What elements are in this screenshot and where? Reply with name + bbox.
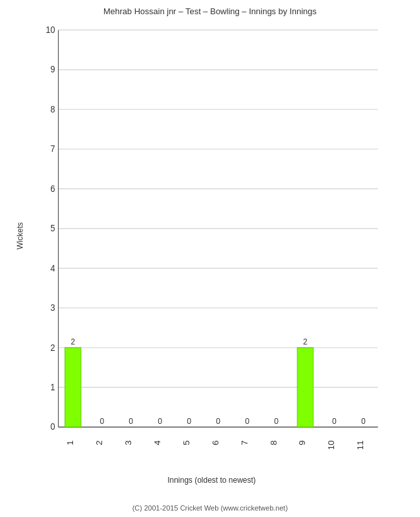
svg-text:0: 0 bbox=[100, 416, 104, 427]
svg-text:4: 4 bbox=[152, 440, 162, 445]
svg-text:8: 8 bbox=[269, 440, 278, 445]
svg-text:0: 0 bbox=[332, 416, 337, 427]
chart-title: Mehrab Hossain jnr – Test – Bowling – In… bbox=[0, 0, 420, 19]
svg-text:0: 0 bbox=[158, 416, 162, 427]
svg-text:10: 10 bbox=[46, 24, 56, 35]
svg-text:5: 5 bbox=[182, 440, 191, 445]
footer: (C) 2001-2015 Cricket Web (www.cricketwe… bbox=[0, 501, 420, 517]
svg-rect-23 bbox=[65, 348, 81, 427]
svg-text:1: 1 bbox=[66, 440, 75, 445]
svg-text:0: 0 bbox=[274, 416, 278, 427]
svg-text:9: 9 bbox=[50, 64, 56, 75]
svg-text:9: 9 bbox=[298, 440, 307, 445]
chart-container: Mehrab Hossain jnr – Test – Bowling – In… bbox=[0, 0, 420, 517]
chart-svg: 012345678910210203040506070829010011 bbox=[36, 23, 388, 449]
svg-text:2: 2 bbox=[50, 342, 56, 353]
svg-text:7: 7 bbox=[240, 440, 249, 445]
svg-text:3: 3 bbox=[50, 302, 56, 313]
svg-text:4: 4 bbox=[50, 262, 56, 273]
svg-text:1: 1 bbox=[50, 381, 56, 392]
x-axis-label: Innings (oldest to newest) bbox=[167, 476, 256, 485]
svg-text:8: 8 bbox=[50, 103, 56, 114]
svg-text:11: 11 bbox=[356, 440, 365, 449]
svg-text:6: 6 bbox=[50, 183, 56, 194]
svg-text:0: 0 bbox=[216, 416, 220, 427]
svg-text:5: 5 bbox=[50, 222, 56, 233]
svg-text:2: 2 bbox=[95, 440, 104, 445]
chart-area: Wickets Innings (oldest to newest) 01234… bbox=[36, 23, 388, 449]
svg-text:0: 0 bbox=[187, 416, 191, 427]
svg-text:10: 10 bbox=[327, 440, 336, 449]
svg-text:0: 0 bbox=[50, 421, 56, 432]
chart-inner: 012345678910210203040506070829010011 bbox=[36, 23, 388, 449]
svg-rect-40 bbox=[297, 348, 313, 427]
svg-text:2: 2 bbox=[303, 337, 308, 347]
svg-text:2: 2 bbox=[70, 337, 75, 347]
svg-text:6: 6 bbox=[211, 440, 220, 445]
svg-text:0: 0 bbox=[361, 416, 366, 427]
y-axis-label: Wickets bbox=[16, 222, 25, 249]
svg-text:0: 0 bbox=[245, 416, 249, 427]
svg-text:7: 7 bbox=[50, 143, 56, 154]
svg-text:0: 0 bbox=[129, 416, 133, 427]
svg-text:3: 3 bbox=[123, 440, 132, 445]
